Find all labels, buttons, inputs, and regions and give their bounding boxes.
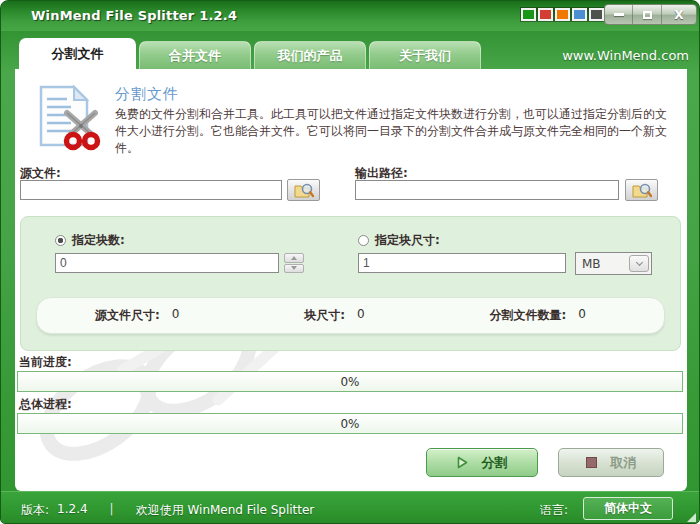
- play-icon: [457, 456, 468, 469]
- status-bar: 版本: 1.2.4 | 欢迎使用 WinMend File Splitter 语…: [1, 491, 699, 524]
- block-size-label[interactable]: 指定块尺寸:: [375, 232, 440, 249]
- split-button[interactable]: 分割: [426, 448, 538, 477]
- cancel-button[interactable]: 取消: [558, 448, 664, 477]
- theme-swatch-gray[interactable]: [589, 8, 604, 21]
- website-link[interactable]: www.WinMend.com: [562, 48, 689, 63]
- minimize-button[interactable]: [605, 5, 633, 24]
- chevron-down-icon: [635, 259, 642, 266]
- unit-dropdown-button[interactable]: [629, 255, 649, 272]
- main-content: 分割文件 免费的文件分割和合并工具。此工具可以把文件通过指定文件块数进行分割，也…: [15, 69, 687, 491]
- arrow-up-icon: [291, 256, 297, 260]
- language-button[interactable]: 简体中文: [583, 497, 673, 520]
- close-icon: X: [674, 9, 683, 21]
- status-left: 版本: 1.2.4 | 欢迎使用 WinMend File Splitter: [21, 502, 314, 519]
- output-path-input[interactable]: [355, 180, 619, 200]
- maximize-icon: [643, 11, 652, 19]
- block-size-input[interactable]: [358, 253, 566, 273]
- theme-swatch-red[interactable]: [538, 8, 553, 21]
- window-controls: X: [604, 4, 697, 25]
- block-count-option: 指定块数:: [55, 232, 125, 249]
- block-count-radio[interactable]: [55, 235, 66, 246]
- page-title: 分割文件: [115, 85, 179, 104]
- tab-about-us[interactable]: 关于我们: [369, 41, 481, 69]
- tab-bar: 分割文件 合并文件 我们的产品 关于我们: [19, 38, 481, 69]
- split-options-panel: 指定块数: 指定块尺寸: MB 源文件尺寸:0 块尺寸:0 分割文件数量:0: [20, 216, 681, 351]
- theme-swatch-green[interactable]: [521, 8, 536, 21]
- theme-swatches: [521, 8, 604, 21]
- overall-progress-label: 总体进程:: [19, 396, 72, 413]
- close-button[interactable]: X: [662, 5, 696, 24]
- version-value: 1.2.4: [57, 502, 88, 519]
- spinner-up-button[interactable]: [284, 253, 304, 263]
- status-separator: |: [110, 502, 114, 519]
- spinner-down-button[interactable]: [284, 264, 304, 274]
- language-label: 语言:: [540, 502, 568, 519]
- split-button-label: 分割: [482, 454, 508, 472]
- window-title: WinMend File Splitter 1.2.4: [31, 8, 237, 23]
- tab-merge-file[interactable]: 合并文件: [139, 41, 251, 69]
- block-size-option: 指定块尺寸:: [358, 232, 440, 249]
- app-window: WinMend File Splitter 1.2.4 X 分割文件 合并文件 …: [0, 0, 700, 524]
- version-label: 版本:: [21, 502, 49, 519]
- current-progress-label: 当前进度:: [19, 354, 72, 371]
- folder-search-icon: [632, 182, 652, 198]
- arrow-down-icon: [291, 266, 297, 270]
- output-browse-button[interactable]: [625, 179, 658, 201]
- source-file-input[interactable]: [20, 180, 282, 200]
- tab-split-file[interactable]: 分割文件: [19, 38, 136, 69]
- theme-swatch-blue[interactable]: [572, 8, 587, 21]
- title-bar: WinMend File Splitter 1.2.4 X: [1, 1, 699, 31]
- page-description: 免费的文件分割和合并工具。此工具可以把文件通过指定文件块数进行分割，也可以通过指…: [115, 106, 677, 157]
- minimize-icon: [614, 13, 624, 16]
- theme-swatch-orange[interactable]: [555, 8, 570, 21]
- maximize-button[interactable]: [633, 5, 661, 24]
- overall-progress-value: 0%: [340, 417, 359, 431]
- current-progress-value: 0%: [340, 375, 359, 389]
- tab-our-products[interactable]: 我们的产品: [254, 41, 366, 69]
- block-count-input[interactable]: [55, 253, 279, 273]
- folder-search-icon: [294, 182, 314, 198]
- block-count-label[interactable]: 指定块数:: [72, 232, 125, 249]
- unit-select[interactable]: MB: [575, 252, 652, 275]
- stat-file-count: 分割文件数量:0: [490, 307, 586, 324]
- source-browse-button[interactable]: [287, 179, 320, 201]
- file-splitter-icon: [31, 82, 103, 154]
- unit-value: MB: [576, 257, 629, 271]
- resize-grip[interactable]: [687, 513, 696, 522]
- cancel-button-label: 取消: [611, 454, 637, 472]
- stats-bar: 源文件尺寸:0 块尺寸:0 分割文件数量:0: [36, 297, 665, 334]
- overall-progress-bar: 0%: [17, 413, 683, 434]
- stop-icon: [586, 457, 597, 468]
- block-count-spinner: [284, 253, 304, 273]
- block-size-radio[interactable]: [358, 235, 369, 246]
- welcome-text: 欢迎使用 WinMend File Splitter: [136, 502, 315, 519]
- stat-block-size: 块尺寸:0: [304, 307, 364, 324]
- stat-source-size: 源文件尺寸:0: [95, 307, 179, 324]
- current-progress-bar: 0%: [17, 371, 683, 392]
